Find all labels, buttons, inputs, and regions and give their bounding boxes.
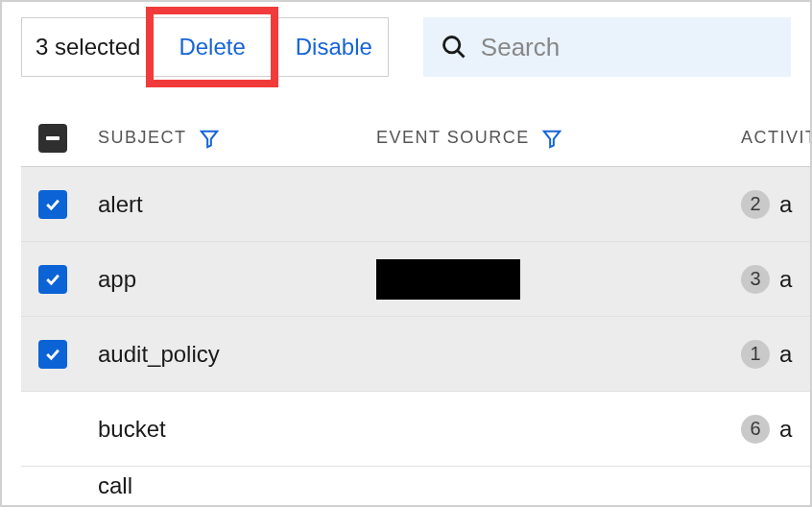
search-input[interactable]: [481, 33, 793, 62]
filter-icon[interactable]: [199, 128, 220, 149]
svg-marker-3: [543, 131, 560, 147]
activity-badge: 6: [741, 415, 770, 444]
row-checkbox[interactable]: [38, 190, 67, 219]
delete-highlight: Delete: [146, 7, 277, 87]
row-checkbox[interactable]: [38, 415, 67, 444]
table-row[interactable]: call: [21, 467, 810, 505]
subject-cell: bucket: [98, 416, 166, 443]
selection-count: 3 selected: [22, 34, 144, 60]
activity-text: a: [779, 266, 792, 293]
activity-text: a: [779, 341, 792, 368]
selection-actions: 3 selected Delete Disable: [21, 17, 389, 77]
subject-cell: call: [98, 472, 132, 499]
table-row[interactable]: alert 2 a: [21, 167, 810, 242]
search-box[interactable]: [423, 17, 791, 77]
table-row[interactable]: audit_policy 1 a: [21, 317, 810, 392]
toolbar: 3 selected Delete Disable: [2, 2, 810, 92]
activity-badge: 2: [741, 190, 770, 219]
col-subject-header[interactable]: SUBJECT: [98, 128, 187, 148]
delete-button[interactable]: Delete: [163, 20, 260, 74]
row-checkbox[interactable]: [38, 471, 67, 500]
col-activity-header[interactable]: ACTIVITY: [741, 128, 810, 148]
disable-button[interactable]: Disable: [280, 20, 388, 74]
svg-line-1: [458, 51, 465, 58]
event-cell: [376, 259, 741, 300]
row-checkbox[interactable]: [38, 340, 67, 369]
col-event-header[interactable]: EVENT SOURCE: [376, 128, 530, 148]
filter-icon[interactable]: [541, 128, 562, 149]
redacted-block: [376, 259, 520, 300]
select-all-checkbox[interactable]: [38, 124, 67, 153]
activity-text: a: [779, 191, 792, 218]
activity-badge: 3: [741, 265, 770, 294]
svg-marker-2: [201, 131, 217, 147]
svg-point-0: [443, 37, 459, 53]
table-header: SUBJECT EVENT SOURCE ACTIVITY: [21, 109, 810, 167]
activity-badge: 1: [741, 340, 770, 369]
table-row[interactable]: bucket 6 a: [21, 392, 810, 467]
table: SUBJECT EVENT SOURCE ACTIVITY: [2, 92, 810, 505]
subject-cell: audit_policy: [98, 341, 220, 368]
search-icon: [441, 34, 467, 60]
row-checkbox[interactable]: [38, 265, 67, 294]
subject-cell: alert: [98, 191, 143, 218]
activity-text: a: [779, 416, 792, 443]
subject-cell: app: [98, 266, 136, 293]
table-row[interactable]: app 3 a: [21, 242, 810, 317]
